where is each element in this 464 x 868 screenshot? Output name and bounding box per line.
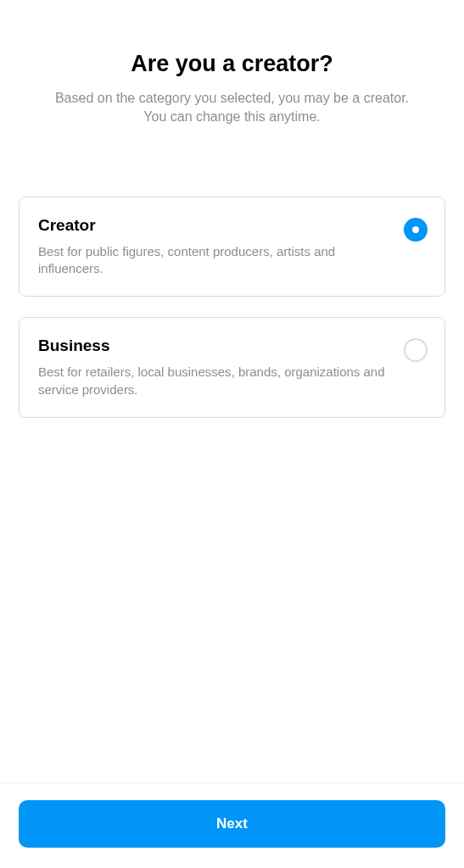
next-button[interactable]: Next <box>19 800 445 848</box>
radio-business-unselected-icon <box>404 338 428 362</box>
radio-creator-selected-icon <box>404 218 428 242</box>
option-business-text: Business Best for retailers, local busin… <box>38 337 404 398</box>
option-business-title: Business <box>38 337 390 355</box>
header-section: Are you a creator? Based on the category… <box>19 51 445 127</box>
options-list: Creator Best for public figures, content… <box>19 197 445 418</box>
page-subtitle: Based on the category you selected, you … <box>44 89 420 127</box>
option-creator[interactable]: Creator Best for public figures, content… <box>19 197 445 298</box>
option-business-description: Best for retailers, local businesses, br… <box>38 364 390 398</box>
option-business[interactable]: Business Best for retailers, local busin… <box>19 317 445 418</box>
option-creator-text: Creator Best for public figures, content… <box>38 216 404 278</box>
footer-section: Next <box>0 782 464 868</box>
option-creator-description: Best for public figures, content produce… <box>38 243 390 278</box>
page-title: Are you a creator? <box>44 51 420 77</box>
option-creator-title: Creator <box>38 216 390 235</box>
